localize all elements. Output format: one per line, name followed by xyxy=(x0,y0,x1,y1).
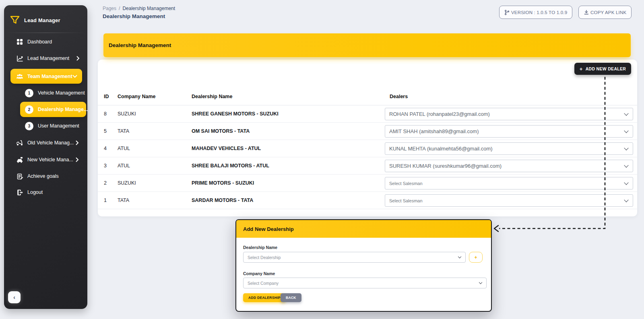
logout-icon xyxy=(16,189,23,196)
funnel-logo-icon xyxy=(10,15,20,25)
cell-id: 1 xyxy=(104,198,107,203)
breadcrumb-current: Dealership Management xyxy=(122,6,175,11)
table-row: 4 ATUL MAHADEV VEHICLES - ATUL KUNAL MEH… xyxy=(98,140,637,157)
sidebar: Lead Manager Dashboard Lead Management xyxy=(4,5,87,309)
sidebar-item-old-vehicle-management[interactable]: Old Vehicle Manag... xyxy=(10,136,82,150)
dealership-select-placeholder: Select Dealership xyxy=(248,255,281,260)
item-number-badge: 2 xyxy=(25,105,33,114)
chevron-down-icon xyxy=(458,255,461,258)
table-header-row: ID Company Name Dealership Name Dealers xyxy=(98,89,637,105)
cell-id: 3 xyxy=(104,163,107,169)
cell-company: SUZUKI xyxy=(118,111,136,117)
modal-title: Add New Dealership xyxy=(243,226,294,232)
dashboard-icon xyxy=(16,38,23,45)
cell-dealership: PRIME MOTORS - SUZUKI xyxy=(192,180,254,186)
add-dealership-modal: Add New Dealership Dealership Name Selec… xyxy=(235,219,492,312)
dealer-select-value: SURESH KUMAR (sureshkumar96@gmail.com) xyxy=(389,163,502,169)
dealer-select[interactable]: KUNAL MEHTA (kunalmehta56@gmail.com) xyxy=(385,142,633,155)
sidebar-item-achieve-goals[interactable]: Achieve goals xyxy=(10,169,82,183)
dealership-name-label: Dealership Name xyxy=(243,245,277,250)
sidebar-item-logout[interactable]: Logout xyxy=(10,185,82,200)
dealership-table-card: ID Company Name Dealership Name Dealers … xyxy=(98,60,637,216)
version-button[interactable]: VERSION : 1.0.5 TO 1.0.9 xyxy=(499,6,572,19)
chevron-right-icon xyxy=(76,56,80,61)
add-dealer-button-label: ADD NEW DEALER xyxy=(586,66,626,71)
breadcrumb: Pages / Dealership Management xyxy=(103,6,175,11)
chart-line-icon xyxy=(16,55,23,62)
page-title: Dealership Management xyxy=(103,13,165,19)
cell-dealership: SARDAR MOTORS - TATA xyxy=(192,198,253,203)
add-dealership-option-button[interactable]: + xyxy=(469,252,483,263)
sidebar-item-label: Logout xyxy=(27,189,43,195)
dealer-select[interactable]: ROHAN PATEL (rohanpatel23@gmail.com) xyxy=(385,108,633,120)
git-branch-icon xyxy=(504,10,510,15)
clipboard-icon xyxy=(16,173,23,180)
table-row: 3 ATUL SHREE BALAJI MOTORS - ATUL SURESH… xyxy=(98,157,637,175)
column-header-company: Company Name xyxy=(118,94,155,99)
dealer-select-value: ROHAN PATEL (rohanpatel23@gmail.com) xyxy=(389,111,490,117)
cell-company: SUZUKI xyxy=(118,180,136,186)
column-header-dealership: Dealership Name xyxy=(192,94,232,99)
add-dealership-submit-button[interactable]: ADD DEALERSHIP xyxy=(243,293,286,302)
dealer-select[interactable]: Select Salesman xyxy=(385,194,633,207)
sidebar-item-label: Vehicle Management xyxy=(38,90,85,96)
table-row: 5 TATA OM SAI MOTORS - TATA AMIT SHAH (a… xyxy=(98,123,637,140)
sidebar-item-label: Team Management xyxy=(27,74,72,79)
sidebar-item-dealership-management[interactable]: 2 Dealership Manage... xyxy=(20,102,86,117)
chevron-right-icon xyxy=(76,157,79,162)
breadcrumb-root[interactable]: Pages xyxy=(103,6,116,11)
sidebar-item-vehicle-management[interactable]: 1 Vehicle Management xyxy=(20,86,86,100)
column-header-id: ID xyxy=(104,94,109,99)
dealer-select[interactable]: AMIT SHAH (amitshah89@gmail.com) xyxy=(385,125,633,138)
copy-apk-button-label: COPY APK LINK xyxy=(590,10,626,15)
dealer-select-value: AMIT SHAH (amitshah89@gmail.com) xyxy=(389,128,479,134)
cell-company: ATUL xyxy=(118,146,130,151)
sidebar-item-team-management[interactable]: Team Management xyxy=(10,69,82,84)
company-name-label: Company Name xyxy=(243,271,275,276)
copy-apk-link-button[interactable]: COPY APK LINK xyxy=(578,6,632,19)
column-header-dealers: Dealers xyxy=(390,94,408,99)
back-button[interactable]: BACK xyxy=(281,293,301,302)
sidebar-divider xyxy=(6,33,85,33)
chevron-right-icon xyxy=(76,140,79,145)
sidebar-item-label: Lead Management xyxy=(27,56,69,61)
item-number-badge: 1 xyxy=(25,89,33,97)
sidebar-item-label: User Management xyxy=(38,123,79,129)
chevron-down-icon xyxy=(624,180,628,185)
app-root: Lead Manager Dashboard Lead Management xyxy=(0,0,644,319)
table-row: 1 TATA SARDAR MOTORS - TATA Select Sales… xyxy=(98,192,637,209)
dealer-select-value: Select Salesman xyxy=(389,181,423,186)
breadcrumb-separator: / xyxy=(119,6,120,11)
sidebar-item-new-vehicle-management[interactable]: New Vehicle Mana... xyxy=(10,152,82,167)
scooter-icon xyxy=(16,139,23,146)
chevron-down-icon xyxy=(624,198,628,202)
brand-title: Lead Manager xyxy=(24,17,60,23)
cell-dealership: SHREE BALAJI MOTORS - ATUL xyxy=(192,163,269,169)
car-icon xyxy=(16,156,23,163)
dealer-select[interactable]: SURESH KUMAR (sureshkumar96@gmail.com) xyxy=(385,160,633,172)
dealer-select[interactable]: Select Salesman xyxy=(385,177,633,189)
sidebar-item-label: New Vehicle Mana... xyxy=(27,157,73,163)
sidebar-item-lead-management[interactable]: Lead Management xyxy=(10,51,82,66)
add-new-dealer-button[interactable]: + ADD NEW DEALER xyxy=(574,63,631,75)
dealer-select-value: Select Salesman xyxy=(389,198,423,203)
download-icon xyxy=(584,10,589,15)
chevron-down-icon xyxy=(624,163,628,167)
cell-company: ATUL xyxy=(118,163,130,169)
cell-id: 2 xyxy=(104,180,107,186)
table-row: 8 SUZUKI SHREE GANESH MOTORS - SUZUKI RO… xyxy=(98,105,637,123)
sidebar-collapse-button[interactable]: ‹ xyxy=(8,291,21,303)
cell-dealership: OM SAI MOTORS - TATA xyxy=(192,128,250,134)
dealership-select[interactable]: Select Dealership xyxy=(243,252,466,263)
sidebar-item-dashboard[interactable]: Dashboard xyxy=(10,35,82,49)
sidebar-item-label: Old Vehicle Manag... xyxy=(27,140,74,146)
plus-icon: + xyxy=(580,66,583,72)
item-number-badge: 3 xyxy=(25,122,33,130)
chevron-down-icon xyxy=(624,111,628,115)
chevron-down-icon xyxy=(624,146,628,150)
dealer-select-value: KUNAL MEHTA (kunalmehta56@gmail.com) xyxy=(389,146,493,152)
cell-company: TATA xyxy=(118,198,129,203)
cell-company: TATA xyxy=(118,128,129,134)
company-select[interactable]: Select Company xyxy=(243,278,487,288)
sidebar-item-user-management[interactable]: 3 User Management xyxy=(20,119,86,133)
